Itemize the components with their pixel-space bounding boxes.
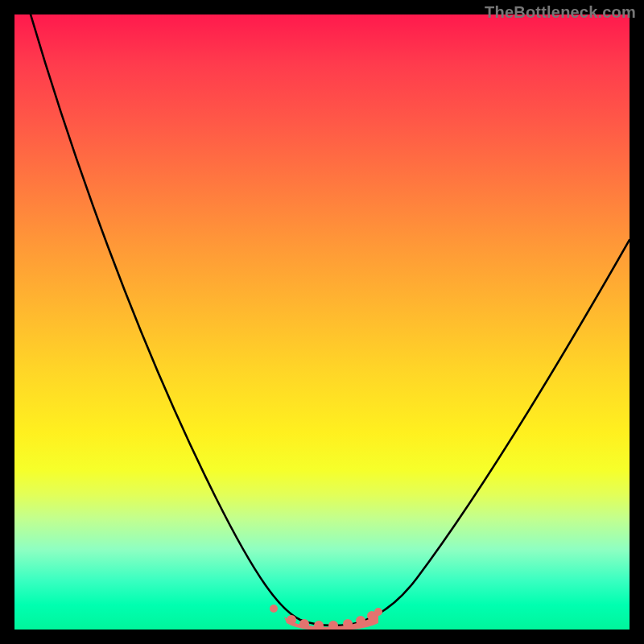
bottleneck-curve-svg bbox=[14, 14, 630, 630]
watermark-text: TheBottleneck.com bbox=[485, 3, 636, 22]
svg-point-8 bbox=[374, 608, 382, 616]
svg-point-0 bbox=[270, 605, 278, 613]
svg-point-6 bbox=[356, 616, 365, 625]
svg-point-3 bbox=[314, 621, 324, 630]
svg-point-1 bbox=[287, 615, 296, 625]
svg-point-5 bbox=[343, 619, 353, 629]
svg-point-4 bbox=[328, 621, 338, 630]
bottleneck-curve-path bbox=[31, 14, 630, 625]
svg-point-2 bbox=[299, 619, 309, 629]
chart-plot-area bbox=[14, 14, 630, 630]
